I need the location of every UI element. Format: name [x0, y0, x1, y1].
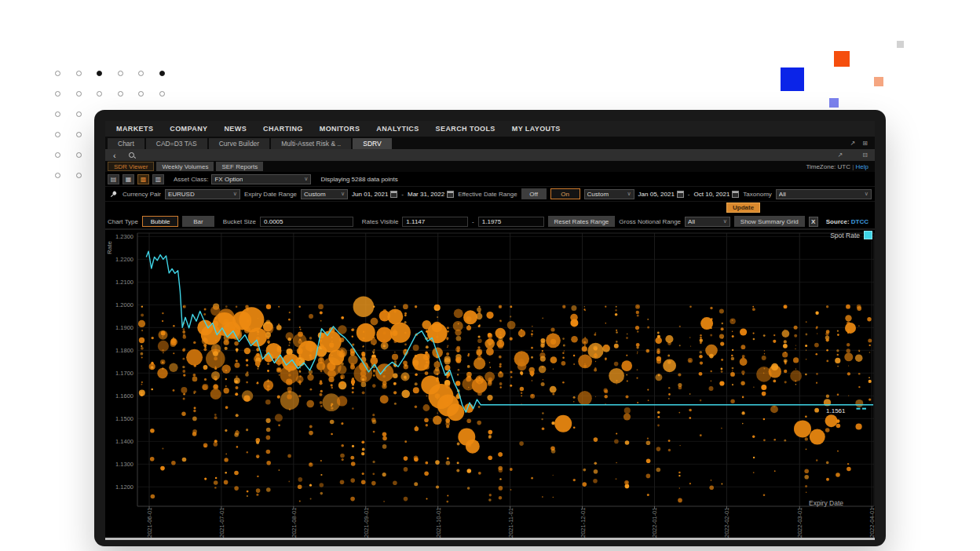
view-table-icon[interactable]: ▤	[108, 174, 119, 184]
decorative-dot	[55, 132, 60, 137]
decorative-dot	[55, 71, 60, 76]
bucket-size-input[interactable]: 0.0005	[260, 217, 353, 227]
panel-add-icon[interactable]: ⊞	[862, 140, 868, 147]
chevron-down-icon: ∨	[233, 191, 237, 197]
menu-item-charting[interactable]: CHARTING	[263, 125, 303, 133]
effective-off-button[interactable]: Off	[521, 188, 547, 199]
update-row: Update	[105, 202, 875, 214]
back-chevron-icon[interactable]: ‹	[113, 151, 116, 159]
chevron-down-icon: ∨	[304, 176, 308, 182]
menu-item-markets[interactable]: MARKETS	[116, 125, 153, 133]
show-summary-grid-button[interactable]: Show Summary Grid	[734, 216, 805, 227]
calendar-icon[interactable]	[677, 191, 684, 198]
bubble-chart-plot[interactable]: 2021-06-012021-07-012021-08-012021-09-01…	[105, 230, 875, 540]
calendar-icon[interactable]	[390, 191, 397, 198]
rates-to-input[interactable]: 1.1975	[478, 217, 544, 227]
y-tick-label: 1.1300	[105, 461, 133, 468]
panel-remove-icon[interactable]: ⊟	[862, 151, 868, 159]
date-dash: -	[688, 191, 690, 198]
menu-item-news[interactable]: NEWS	[224, 125, 247, 133]
y-tick-label: 1.1600	[105, 392, 133, 400]
gross-notional-label: Gross Notional Range	[619, 218, 681, 225]
currency-pair-select[interactable]: EURUSD∨	[165, 189, 240, 199]
horizontal-scrollbar[interactable]	[105, 538, 875, 540]
source-dtcc-link[interactable]: DTCC	[851, 218, 868, 225]
effective-range-label: Effective Date Range	[458, 191, 517, 198]
decorative-dot	[76, 91, 82, 97]
update-button[interactable]: Update	[726, 203, 760, 213]
tab-multi-asset-risk-[interactable]: Multi-Asset Risk & ..	[271, 138, 351, 149]
effective-mode-select[interactable]: Custom∨	[584, 189, 634, 199]
tab-chart[interactable]: Chart	[108, 138, 144, 149]
x-tick-label: 2021-09-01	[363, 508, 370, 538]
view-chart-icon[interactable]: ▩	[137, 174, 149, 184]
menu-item-company[interactable]: COMPANY	[170, 125, 207, 133]
legend-spot-rate-swatch[interactable]	[864, 231, 872, 239]
app-window: MARKETSCOMPANYNEWSCHARTINGMONITORSANALYT…	[94, 110, 886, 546]
page-background: MARKETSCOMPANYNEWSCHARTINGMONITORSANALYT…	[0, 0, 980, 551]
calendar-icon[interactable]	[732, 191, 739, 198]
y-tick-label: 1.2200	[105, 256, 133, 263]
taxonomy-label: Taxonomy	[743, 191, 771, 198]
taxonomy-select[interactable]: All∨	[776, 189, 872, 199]
asset-class-select[interactable]: FX Option∨	[211, 174, 311, 184]
toolbar: ‹ ↗ ⊟	[105, 149, 875, 161]
calendar-icon[interactable]	[447, 191, 454, 198]
y-tick-label: 1.1400	[105, 438, 133, 445]
thumbtack-icon[interactable]	[108, 189, 119, 199]
menu-item-my-layouts[interactable]: MY LAYOUTS	[512, 125, 561, 133]
decorative-dot	[159, 71, 165, 76]
expiry-to-date[interactable]: Mar 31, 2022	[408, 191, 454, 198]
decorative-dot	[76, 111, 82, 117]
subtab-weekly-volumes[interactable]: Weekly Volumes	[156, 162, 214, 171]
tab-cad-d3-tas[interactable]: CAD=D3 TAS	[146, 138, 207, 149]
x-tick-label: 2021-07-01	[218, 508, 225, 538]
x-axis-title: Expiry Date	[809, 499, 843, 507]
decorative-dot	[76, 152, 82, 158]
subtab-bar: SDR ViewerWeekly VolumesSEF Reports Time…	[105, 161, 875, 172]
x-tick-label: 2021-10-01	[435, 508, 442, 538]
expand-icon[interactable]: ↗	[850, 140, 856, 147]
chart-area: Spot Rate Rate 1.23001.22001.21001.20001…	[105, 229, 875, 540]
subtab-sdr-viewer[interactable]: SDR Viewer	[108, 162, 154, 171]
chevron-down-icon: ∨	[723, 218, 727, 224]
reset-rates-range-button[interactable]: Reset Rates Range	[548, 216, 616, 227]
view-split-icon[interactable]: ▦	[122, 174, 134, 184]
view-grid-icon[interactable]: ▥	[152, 174, 164, 184]
x-tick-label: 2021-12-01	[580, 508, 587, 538]
chevron-down-icon: ∨	[865, 191, 868, 197]
x-tick-label: 2022-03-01	[796, 508, 803, 538]
menu-item-search-tools[interactable]: SEARCH TOOLS	[436, 125, 495, 133]
y-tick-label: 1.2000	[105, 301, 133, 308]
export-grid-icon[interactable]: X	[809, 217, 818, 227]
effective-to-date[interactable]: Oct 10, 2021	[694, 191, 740, 198]
y-tick-label: 1.1200	[105, 483, 133, 491]
decorative-dot	[76, 71, 82, 76]
effective-from-date[interactable]: Jan 05, 2021	[638, 191, 684, 198]
y-tick-label: 1.1800	[105, 347, 133, 354]
y-tick-label: 1.1900	[105, 324, 133, 331]
chevron-down-icon: ∨	[627, 191, 631, 197]
decorative-dot	[55, 91, 60, 97]
chart-type-bubble-button[interactable]: Bubble	[142, 216, 178, 227]
help-link[interactable]: Help	[856, 163, 868, 170]
subtab-sef-reports[interactable]: SEF Reports	[216, 162, 263, 171]
tab-sdrv[interactable]: SDRV	[353, 138, 391, 149]
controls-row-1: ▤ ▦ ▩ ▥ Asset Class: FX Option∨ Displayi…	[105, 172, 875, 187]
expiry-from-date[interactable]: Jun 01, 2021	[352, 191, 397, 198]
popout-icon[interactable]: ↗	[838, 151, 843, 159]
decorative-dot	[55, 152, 60, 158]
expiry-range-select[interactable]: Custom∨	[301, 189, 348, 199]
rates-from-input[interactable]: 1.1147	[402, 217, 468, 227]
gross-notional-select[interactable]: All∨	[685, 217, 730, 227]
menu-item-analytics[interactable]: ANALYTICS	[376, 125, 419, 133]
y-tick-label: 1.1700	[105, 370, 133, 377]
effective-on-button[interactable]: On	[550, 188, 580, 199]
decorative-square-blue	[781, 68, 804, 91]
chart-type-bar-button[interactable]: Bar	[182, 216, 214, 227]
controls-row-2: Currency Pair EURUSD∨ Expiry Date Range …	[105, 187, 875, 202]
menu-item-monitors[interactable]: MONITORS	[320, 125, 360, 133]
search-icon[interactable]	[129, 152, 135, 159]
decorative-dot	[76, 173, 82, 178]
tab-curve-builder[interactable]: Curve Builder	[209, 138, 270, 149]
